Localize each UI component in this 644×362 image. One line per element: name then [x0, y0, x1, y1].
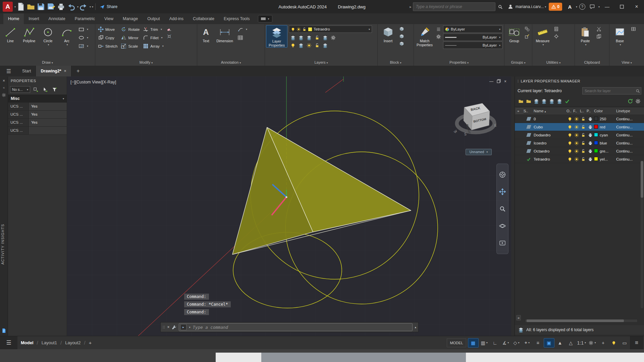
- layer-lock-icon[interactable]: [581, 141, 586, 145]
- clean-screen-button[interactable]: ▭: [620, 339, 630, 347]
- text-button[interactable]: A Text: [198, 25, 214, 43]
- modify-panel-label[interactable]: Modify: [95, 59, 197, 66]
- erase-button[interactable]: [166, 25, 173, 32]
- layer-match-button[interactable]: [321, 34, 329, 41]
- layer-linetype[interactable]: Continu...: [616, 117, 644, 121]
- new-layout-button[interactable]: +: [86, 340, 95, 346]
- layer-freeze-sun-icon[interactable]: [574, 157, 579, 162]
- open-file-button[interactable]: [26, 2, 35, 11]
- layer-lock-icon[interactable]: [581, 117, 586, 121]
- hscrollbar-thumb[interactable]: [527, 319, 624, 322]
- layer-on-bulb-icon[interactable]: [568, 125, 572, 129]
- isodraft-button[interactable]: ◇: [512, 339, 522, 347]
- snap-mode-button[interactable]: ▥: [479, 339, 489, 347]
- property-value[interactable]: [29, 127, 67, 134]
- layer-properties-button[interactable]: Layer Properties: [266, 25, 287, 48]
- save-button[interactable]: [37, 2, 45, 11]
- ribbon-tab-parametric[interactable]: Parametric: [70, 13, 100, 24]
- save-as-button[interactable]: [47, 2, 55, 11]
- quick-calc-button[interactable]: [552, 25, 560, 32]
- file-tab-menu-button[interactable]: ☰: [0, 66, 17, 76]
- layer-linetype[interactable]: Continu...: [616, 133, 644, 137]
- layer-on-button[interactable]: [289, 42, 297, 49]
- property-value[interactable]: Yes: [29, 119, 67, 126]
- annotation-visibility-button[interactable]: ▲: [555, 339, 565, 347]
- full-navigation-wheel-icon[interactable]: [499, 171, 506, 178]
- collapse-filter-tree-button[interactable]: »: [516, 108, 524, 114]
- layer-freeze-sun-icon[interactable]: [574, 125, 579, 129]
- polar-tracking-button[interactable]: ∡: [501, 339, 511, 347]
- layer-lock-icon[interactable]: [581, 125, 586, 129]
- refresh-icon[interactable]: [628, 99, 633, 104]
- layer-isolate-button[interactable]: [297, 34, 305, 41]
- property-value[interactable]: Yes: [29, 111, 67, 118]
- leader-button[interactable]: [236, 25, 249, 34]
- array-button[interactable]: Array: [141, 42, 165, 50]
- layer-name[interactable]: Dodaedro: [534, 133, 567, 137]
- layout2-tab[interactable]: Layout2: [62, 340, 84, 345]
- copy-button[interactable]: Copy: [96, 34, 119, 42]
- toggle-pickadd-button[interactable]: [32, 86, 39, 93]
- feedback-button[interactable]: [588, 2, 597, 11]
- customize-wrench-icon[interactable]: [172, 325, 177, 330]
- activity-insights-label[interactable]: ACTIVITY INSIGHTS: [1, 224, 5, 264]
- ribbon-display-toggle[interactable]: [258, 15, 272, 22]
- viewport-restore-icon[interactable]: [497, 79, 501, 83]
- search-input[interactable]: [413, 2, 495, 11]
- new-layer-vp-frozen-icon[interactable]: [549, 99, 554, 104]
- layer-list-vscrollbar[interactable]: [641, 161, 643, 308]
- groups-panel-label[interactable]: Groups: [504, 59, 532, 66]
- ribbon-tab-addins[interactable]: Add-ins: [165, 13, 188, 24]
- layer-color-cell[interactable]: gre...: [594, 149, 616, 153]
- collapse-bottom-button[interactable]: »: [516, 315, 521, 320]
- ribbon-tab-view[interactable]: View: [100, 13, 118, 24]
- showmotion-icon[interactable]: [499, 240, 506, 246]
- stretch-button[interactable]: Stretch: [96, 42, 119, 50]
- zoom-icon[interactable]: [499, 205, 506, 212]
- palette-autohide-button[interactable]: «: [0, 83, 8, 89]
- health-alert-badge[interactable]: 0: [549, 3, 562, 11]
- explode-button[interactable]: [166, 33, 173, 40]
- isolate-objects-button[interactable]: [609, 339, 619, 347]
- palette-settings-button[interactable]: [0, 89, 8, 97]
- col-lock[interactable]: L..: [580, 109, 587, 113]
- layer-on-bulb-icon[interactable]: [568, 149, 572, 154]
- table-button[interactable]: [236, 34, 249, 42]
- ribbon-tab-home[interactable]: Home: [3, 13, 24, 24]
- arc-button[interactable]: Arc: [57, 25, 76, 47]
- status-menu-button[interactable]: ☰: [0, 336, 17, 350]
- share-button[interactable]: Share: [98, 4, 119, 9]
- base-view-button[interactable]: Base: [610, 25, 629, 47]
- object-snap-button[interactable]: ⌖: [522, 339, 532, 347]
- viewport-controls-label[interactable]: [−][Custom View][X-Ray]: [70, 80, 116, 84]
- user-menu-caret-icon[interactable]: [545, 5, 546, 8]
- model-space-button[interactable]: MODEL: [447, 339, 466, 347]
- layer-freeze-sun-icon[interactable]: [574, 133, 579, 137]
- measure-caret-icon[interactable]: [542, 43, 544, 47]
- group-button[interactable]: Group: [505, 25, 523, 43]
- undo-button[interactable]: [67, 2, 75, 11]
- draw-panel-label[interactable]: Draw: [0, 59, 95, 66]
- fillet-button[interactable]: Fillet: [141, 34, 165, 42]
- insert-button[interactable]: Insert: [379, 25, 397, 43]
- properties-panel-label[interactable]: Properties: [414, 59, 504, 66]
- layer-thaw-button[interactable]: [305, 42, 313, 49]
- layer-color-cell[interactable]: yel...: [594, 157, 616, 161]
- rotate-button[interactable]: Rotate: [119, 25, 141, 34]
- layer-on-bulb-icon[interactable]: [568, 141, 572, 145]
- layer-state-button[interactable]: [329, 34, 337, 41]
- command-bar-grip[interactable]: ⁞⁞: [163, 325, 165, 329]
- col-name[interactable]: Name ▴: [534, 109, 567, 113]
- col-status[interactable]: S..: [524, 109, 534, 113]
- array-caret-icon[interactable]: [162, 45, 164, 48]
- layer-manager-titlebar[interactable]: ⁞ LAYER PROPERTIES MANAGER: [515, 76, 644, 86]
- circle-button[interactable]: Circle: [39, 25, 57, 47]
- layer-plot-icon[interactable]: [588, 133, 593, 137]
- layout1-tab[interactable]: Layout1: [38, 340, 60, 345]
- chevron-right-icon[interactable]: ▸: [410, 5, 412, 9]
- layer-row-tetraedro[interactable]: Tetraedro yel... Continu...: [515, 155, 644, 163]
- properties-list-button[interactable]: [435, 26, 442, 33]
- layer-name[interactable]: 0: [534, 117, 567, 121]
- quick-select-button[interactable]: [51, 86, 58, 93]
- selection-cycling-button[interactable]: ▣: [544, 338, 554, 348]
